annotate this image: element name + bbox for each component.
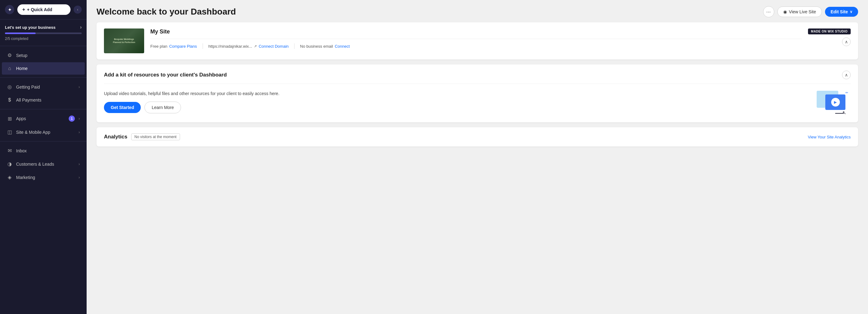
analytics-card: Analytics No visitors at the moment View… (96, 127, 858, 146)
pen-icon: ✏ (845, 91, 848, 95)
site-email-item: No business email Connect (294, 44, 355, 49)
view-analytics-link[interactable]: View Your Site Analytics (808, 135, 851, 139)
site-plan-item: Free plan Compare Plans (150, 44, 203, 49)
resources-card-collapse-button[interactable]: ∧ (842, 70, 851, 79)
business-setup-section: Let's set up your business › 2/5 complet… (0, 20, 87, 44)
learn-more-button[interactable]: Learn More (145, 102, 181, 113)
play-icon: ▶ (834, 100, 837, 104)
sidebar-divider-3 (0, 109, 87, 109)
quick-add-label: + Quick Add (27, 7, 52, 12)
external-link-icon: ↗ (254, 44, 257, 48)
top-bar-actions: ••• ◉ View Live Site Edit Site ∨ (763, 6, 858, 17)
collapse-up-icon: ∧ (845, 39, 848, 44)
no-visitors-badge: No visitors at the moment (131, 134, 180, 140)
business-setup-header[interactable]: Let's set up your business › (5, 25, 82, 30)
site-card-inner: Bespoke WeddingsPlanned to Perfection My… (104, 28, 851, 53)
dots-icon: ••• (767, 10, 771, 13)
main-content: Welcome back to your Dashboard ••• ◉ Vie… (87, 0, 868, 314)
sidebar-collapse-button[interactable]: ‹ (73, 6, 82, 13)
nav-site-mobile[interactable]: ◫ Site & Mobile App › (2, 126, 85, 138)
get-started-button[interactable]: Get Started (104, 102, 141, 113)
resources-left: Upload video tutorials, helpful files an… (104, 91, 279, 113)
resources-actions: Get Started Learn More (104, 102, 279, 113)
site-card: Bespoke WeddingsPlanned to Perfection My… (96, 22, 858, 59)
resources-collapse-icon: ∧ (845, 73, 848, 78)
getting-paid-icon: ◎ (7, 84, 12, 90)
view-live-label: View Live Site (789, 9, 816, 14)
eye-icon: ◉ (783, 9, 787, 14)
free-plan-label: Free plan (150, 44, 167, 49)
top-bar: Welcome back to your Dashboard ••• ◉ Vie… (87, 0, 868, 22)
compare-plans-link[interactable]: Compare Plans (169, 44, 197, 49)
site-meta-row: Free plan Compare Plans https://ninadajn… (150, 39, 802, 49)
nav-marketing[interactable]: ◈ Marketing › (2, 171, 85, 183)
site-mobile-chevron-icon: › (79, 130, 80, 134)
sidebar-divider-1 (0, 46, 87, 46)
site-mobile-icon: ◫ (7, 129, 12, 135)
collapse-icon: ‹ (77, 7, 78, 12)
nav-getting-paid[interactable]: ◎ Getting Paid › (2, 81, 85, 93)
illustration-play-circle: ▶ (831, 98, 840, 107)
resources-title: Add a kit of resources to your client's … (104, 72, 227, 78)
sidebar-top: ✦ + + Quick Add ‹ (0, 0, 87, 20)
apps-chevron-icon: › (79, 116, 80, 121)
analytics-card-header: Analytics No visitors at the moment View… (104, 134, 851, 140)
apps-icon: ⊞ (7, 116, 12, 122)
sidebar-item-label-customers: Customers & Leads (16, 162, 75, 167)
nav-inbox[interactable]: ✉ Inbox (2, 144, 85, 157)
site-url-text: https://ninadajnikar.wix... (209, 44, 252, 49)
business-setup-label: Let's set up your business (5, 25, 55, 30)
quick-add-button[interactable]: + + Quick Add (17, 4, 70, 15)
sidebar-item-label-setup: Setup (16, 53, 80, 58)
customers-chevron-icon: › (79, 162, 80, 166)
sidebar-item-label-apps: Apps (16, 116, 65, 121)
sidebar-item-label-getting-paid: Getting Paid (16, 85, 75, 89)
nav-all-payments[interactable]: $ All Payments (2, 94, 85, 106)
site-card-collapse-button[interactable]: ∧ (842, 37, 851, 46)
resources-card: Add a kit of resources to your client's … (96, 64, 858, 122)
apps-badge: 1 (69, 115, 75, 122)
nav-apps[interactable]: ⊞ Apps 1 › (2, 112, 85, 125)
edit-site-label: Edit Site (831, 9, 848, 14)
illustration-fg-rect: ▶ (825, 94, 845, 110)
site-thumbnail-inner: Bespoke WeddingsPlanned to Perfection (104, 28, 144, 53)
progress-bar-fill (5, 32, 36, 34)
cursor-icon: ↖ (842, 110, 846, 115)
more-options-button[interactable]: ••• (763, 6, 774, 17)
nav-customers-leads[interactable]: ◑ Customers & Leads › (2, 158, 85, 170)
inbox-icon: ✉ (7, 148, 12, 153)
sidebar-item-label-marketing: Marketing (16, 175, 75, 180)
sidebar-item-label-inbox: Inbox (16, 148, 80, 153)
nav-home[interactable]: ⌂ Home (2, 62, 85, 75)
nav-setup[interactable]: ⚙ Setup (2, 49, 85, 62)
content-area: Bespoke WeddingsPlanned to Perfection My… (87, 22, 868, 156)
resources-body: Upload video tutorials, helpful files an… (104, 88, 851, 116)
resources-card-header: Add a kit of resources to your client's … (104, 70, 851, 79)
resources-divider (104, 84, 851, 84)
connect-email-link[interactable]: Connect (335, 44, 349, 49)
completed-text: 2/5 completed (5, 36, 28, 41)
sidebar: ✦ + + Quick Add ‹ Let's set up your busi… (0, 0, 87, 314)
site-url-item: https://ninadajnikar.wix... ↗ Connect Do… (203, 44, 294, 49)
resources-description: Upload video tutorials, helpful files an… (104, 91, 279, 96)
sidebar-item-label-site-mobile: Site & Mobile App (16, 130, 75, 135)
analytics-title-text: Analytics (104, 134, 127, 140)
edit-site-chevron-icon: ∨ (850, 9, 852, 14)
analytics-title: Analytics No visitors at the moment (104, 134, 180, 140)
edit-site-button[interactable]: Edit Site ∨ (825, 7, 858, 17)
site-card-right: MADE ON WIX STUDIO ∧ (808, 28, 851, 46)
site-name: My Site (150, 28, 802, 35)
wix-studio-badge: MADE ON WIX STUDIO (808, 28, 851, 34)
plus-icon: + (22, 7, 25, 12)
sidebar-divider-4 (0, 141, 87, 142)
site-thumbnail-text: Bespoke WeddingsPlanned to Perfection (113, 38, 135, 44)
customers-icon: ◑ (7, 161, 12, 167)
no-email-label: No business email (300, 44, 333, 49)
connect-domain-link[interactable]: Connect Domain (258, 44, 289, 49)
site-thumbnail: Bespoke WeddingsPlanned to Perfection (104, 28, 144, 53)
page-title: Welcome back to your Dashboard (96, 7, 236, 17)
view-live-site-button[interactable]: ◉ View Live Site (777, 6, 822, 17)
resources-illustration: ▶ ↖ ✏ (813, 88, 851, 116)
star-glyph: ✦ (8, 7, 12, 13)
site-info: My Site Free plan Compare Plans https://… (150, 28, 802, 49)
